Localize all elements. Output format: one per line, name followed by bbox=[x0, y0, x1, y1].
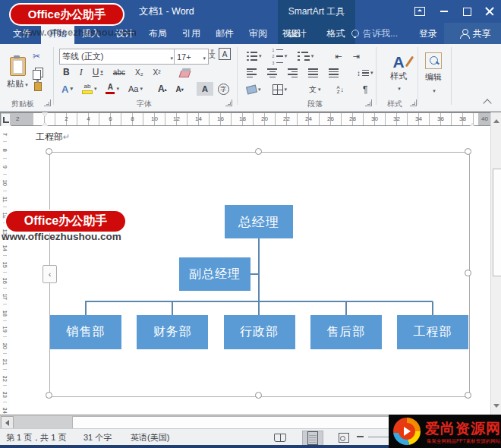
tab-references[interactable]: 引用 bbox=[175, 23, 208, 44]
window-title: 文档1 - Word bbox=[139, 0, 194, 23]
distribute-icon bbox=[329, 68, 339, 77]
ruler-number: 16 bbox=[210, 113, 232, 125]
bullets-button[interactable] bbox=[244, 49, 264, 63]
close-button[interactable] bbox=[478, 0, 501, 23]
asian-layout-button[interactable]: 文 bbox=[307, 83, 323, 96]
text-pane-toggle-button[interactable]: ‹ bbox=[43, 265, 57, 283]
text-effects-button[interactable]: A bbox=[59, 82, 75, 96]
cut-button[interactable] bbox=[33, 49, 43, 62]
sort-button[interactable]: AZ ↓ bbox=[335, 83, 347, 96]
change-case-button[interactable]: Aa bbox=[126, 82, 145, 96]
resize-handle-top-middle[interactable] bbox=[255, 148, 262, 155]
shading-button[interactable] bbox=[244, 83, 263, 96]
scroll-down-icon[interactable] bbox=[493, 404, 499, 411]
tab-layout[interactable]: 布局 bbox=[141, 23, 175, 44]
smartart-selection-frame[interactable] bbox=[49, 152, 470, 397]
share-button[interactable]: 共享 bbox=[449, 23, 501, 44]
italic-button[interactable]: I bbox=[77, 65, 85, 79]
horizontal-ruler[interactable]: 2 246810121416182022242628303234363840 bbox=[10, 113, 490, 125]
increase-indent-button[interactable]: ⇥ bbox=[351, 49, 362, 63]
styles-dropdown-icon bbox=[396, 83, 401, 92]
strikethrough-button[interactable]: abc bbox=[111, 65, 128, 79]
vertical-scrollbar-thumb[interactable] bbox=[493, 169, 501, 276]
align-center-button[interactable] bbox=[265, 66, 279, 80]
numbering-button[interactable]: 1 2 3 bbox=[270, 49, 290, 63]
font-size-combo[interactable]: 17+ bbox=[174, 49, 209, 65]
minimize-button[interactable] bbox=[433, 0, 455, 23]
decrease-indent-button[interactable]: ⇤ bbox=[332, 49, 344, 63]
sign-in-button[interactable]: 登录 bbox=[419, 23, 437, 44]
tab-review[interactable]: 审阅 bbox=[241, 23, 275, 44]
org-box-department[interactable]: 工程部 bbox=[397, 315, 468, 349]
paragraph-group-label: 段落 bbox=[292, 99, 338, 109]
character-border-button[interactable]: A bbox=[219, 48, 231, 60]
format-painter-button[interactable] bbox=[34, 82, 42, 91]
scroll-up-icon[interactable] bbox=[493, 116, 499, 123]
editing-dropdown-icon bbox=[431, 85, 436, 94]
tab-mailings[interactable]: 邮件 bbox=[208, 23, 241, 44]
tab-smartart-design[interactable]: 设计 bbox=[281, 23, 314, 44]
align-right-button[interactable] bbox=[285, 66, 300, 80]
multilevel-list-button[interactable] bbox=[295, 49, 316, 63]
tell-me-box[interactable]: 告诉我... bbox=[351, 23, 398, 44]
connector-drop-3 bbox=[258, 301, 260, 315]
phonetic-guide-button[interactable]: w 文 bbox=[209, 49, 216, 59]
hanging-indent-marker[interactable] bbox=[42, 119, 48, 126]
styles-button[interactable]: A 样式 bbox=[380, 49, 417, 97]
read-mode-button[interactable] bbox=[270, 431, 290, 444]
highlight-button[interactable]: ab bbox=[80, 82, 99, 96]
resize-handle-bottom-right[interactable] bbox=[465, 392, 471, 399]
word-count[interactable]: 31 个字 bbox=[84, 429, 112, 446]
tab-smartart-format[interactable]: 格式 bbox=[320, 23, 353, 44]
horizontal-scrollbar-thumb[interactable] bbox=[72, 416, 415, 429]
enclose-characters-button[interactable]: 字 bbox=[218, 84, 229, 95]
subscript-button[interactable]: X₂ bbox=[133, 65, 146, 79]
font-name-combo[interactable]: 等线 (正文) bbox=[59, 49, 176, 65]
paragraph-dialog-launcher[interactable] bbox=[365, 99, 372, 106]
zoom-out-button[interactable] bbox=[357, 436, 364, 437]
underline-button[interactable]: U bbox=[90, 65, 106, 79]
web-layout-button[interactable] bbox=[334, 431, 354, 444]
org-box-department[interactable]: 财务部 bbox=[137, 315, 208, 349]
document-heading[interactable]: 工程部↵ bbox=[36, 131, 70, 144]
copy-button[interactable] bbox=[35, 68, 43, 77]
org-box-department[interactable]: 售后部 bbox=[310, 315, 382, 349]
line-spacing-button[interactable]: ↕ bbox=[354, 66, 376, 80]
shrink-font-button[interactable]: A▾ bbox=[174, 82, 186, 96]
vertical-scrollbar[interactable] bbox=[490, 112, 501, 415]
maximize-button[interactable] bbox=[455, 0, 478, 23]
bold-button[interactable]: B bbox=[61, 65, 72, 79]
org-box-deputy-manager[interactable]: 副总经理 bbox=[179, 257, 250, 291]
resize-handle-right-middle[interactable] bbox=[465, 270, 471, 276]
page-indicator[interactable]: 第 1 页，共 1 页 bbox=[6, 429, 66, 446]
font-color-button[interactable]: A bbox=[103, 82, 121, 96]
resize-handle-bottom-middle[interactable] bbox=[255, 392, 262, 399]
org-box-department[interactable]: 销售部 bbox=[50, 315, 121, 349]
resize-handle-bottom-left[interactable] bbox=[46, 392, 52, 399]
scroll-left-button[interactable] bbox=[1, 416, 14, 429]
ribbon-display-options-button[interactable] bbox=[408, 0, 431, 23]
org-box-general-manager[interactable]: 总经理 bbox=[225, 205, 293, 238]
org-box-department[interactable]: 行政部 bbox=[224, 315, 295, 349]
resize-handle-top-right[interactable] bbox=[465, 148, 471, 155]
styles-dialog-launcher[interactable] bbox=[410, 99, 417, 106]
justify-button[interactable] bbox=[306, 66, 320, 80]
show-hide-marks-button[interactable]: ¶ bbox=[361, 83, 370, 96]
font-dialog-launcher[interactable] bbox=[225, 99, 232, 106]
paste-button[interactable]: 粘贴 bbox=[4, 48, 31, 98]
grow-font-button[interactable]: A▴ bbox=[156, 82, 169, 96]
language-indicator[interactable]: 英语(美国) bbox=[131, 429, 169, 446]
distribute-button[interactable] bbox=[326, 66, 341, 80]
print-layout-button[interactable] bbox=[302, 431, 323, 446]
numbering-digit: 2 bbox=[273, 54, 275, 58]
resize-handle-top-left[interactable] bbox=[46, 148, 52, 155]
vertical-ruler[interactable]: 789101112131415161718192021222324 bbox=[0, 126, 10, 415]
editing-button[interactable]: 编辑 bbox=[420, 49, 447, 97]
character-shading-button[interactable]: A bbox=[197, 82, 213, 96]
clear-formatting-button[interactable] bbox=[178, 65, 192, 79]
borders-button[interactable] bbox=[270, 83, 290, 96]
clipboard-dialog-launcher[interactable] bbox=[44, 99, 51, 106]
superscript-button[interactable]: X² bbox=[151, 65, 163, 79]
collapse-ribbon-button[interactable] bbox=[483, 99, 491, 107]
align-left-button[interactable] bbox=[244, 66, 259, 80]
